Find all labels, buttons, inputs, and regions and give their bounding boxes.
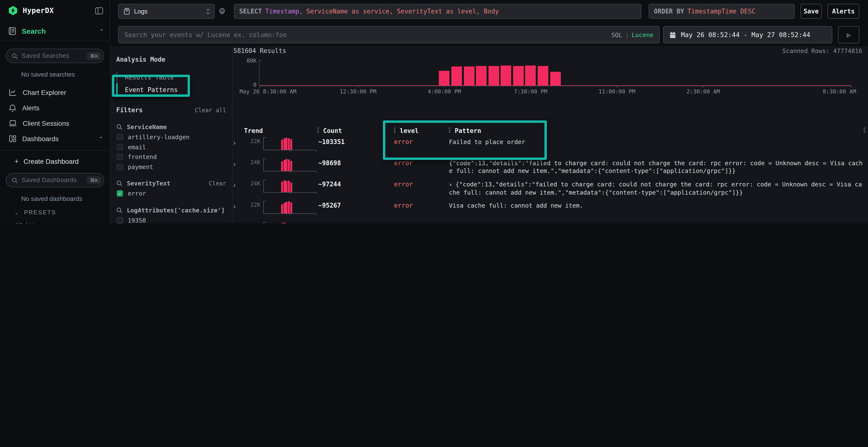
search-input[interactable]: Search your events w/ Lucene ex. column:… (118, 26, 660, 43)
histogram-bar[interactable] (464, 67, 474, 86)
filter-value-row[interactable]: ✓error (116, 190, 226, 197)
create-dashboard-button[interactable]: + Create Dashboard (14, 157, 110, 165)
trend-bar (281, 161, 283, 171)
histogram-bar[interactable] (476, 66, 487, 86)
x-axis-tick (851, 86, 851, 88)
clear-all-filters-link[interactable]: Clear all (195, 107, 226, 113)
trend-bar (288, 201, 290, 213)
sidebar-item-search[interactable]: Search ⌃ (0, 21, 110, 41)
analysis-mode-title: Analysis Mode (116, 56, 226, 63)
dismiss-x-icon[interactable]: × (449, 182, 452, 188)
expand-row-chevron-icon[interactable]: › (234, 136, 244, 146)
histogram-bar[interactable] (488, 66, 499, 86)
trend-bar (286, 202, 288, 213)
filter-group-header: LogAttributes['cache.size'] (116, 206, 226, 214)
histogram-bar[interactable] (513, 66, 524, 86)
sidebar-preset-clickhouse[interactable]: ClickHouse (14, 221, 110, 224)
expand-row-chevron-icon[interactable]: › (234, 178, 244, 189)
orderby-input[interactable]: ORDER BY TimestampTime DESC (649, 4, 795, 19)
level-cell: error (394, 220, 449, 224)
trend-axis-label: 22K (244, 199, 260, 208)
drag-handle-icon[interactable] (449, 128, 451, 134)
checkbox[interactable]: ✓ (117, 190, 123, 197)
checkbox[interactable] (117, 144, 123, 150)
pattern-rows: ›22K~103351errorFailed to place order›24… (234, 136, 865, 224)
trend-axis-tick (290, 213, 290, 215)
filter-value-label: 19350 (128, 216, 146, 224)
table-row[interactable]: ›22K~103351errorFailed to place order (234, 136, 865, 154)
expand-row-chevron-icon[interactable]: › (234, 157, 244, 168)
saved-searches-input[interactable]: Saved Searches ⌘K (6, 49, 104, 63)
source-settings-gear-icon[interactable] (218, 7, 226, 15)
search-icon (116, 207, 123, 213)
drag-handle-icon[interactable] (317, 128, 319, 134)
alerts-button[interactable]: Alerts (828, 4, 859, 19)
collapse-sidebar-icon[interactable] (95, 7, 103, 14)
lang-sql[interactable]: SQL (611, 31, 622, 38)
table-row[interactable]: ›22K~95267errorVisa cache full: cannot a… (234, 199, 865, 218)
run-query-button[interactable]: ▷ (838, 26, 859, 43)
filter-value-row[interactable]: frontend (116, 153, 226, 160)
filter-value-row[interactable]: payment (116, 163, 226, 170)
trend-bar (281, 204, 283, 213)
date-range-value: May 26 08:52:44 - May 27 08:52:44 (681, 31, 810, 38)
checkbox[interactable] (117, 153, 123, 160)
checkbox[interactable] (117, 217, 123, 223)
calendar-icon (669, 31, 676, 38)
saved-dashboards-input[interactable]: Saved Dashboards ⌘K (6, 173, 104, 187)
histogram-bar[interactable] (452, 66, 462, 86)
y-axis-label-80k: 80K (246, 57, 256, 64)
sidebar-item-alerts[interactable]: Alerts (0, 100, 110, 115)
date-range-picker[interactable]: May 26 08:52:44 - May 27 08:52:44 (663, 26, 832, 43)
chevron-up-icon[interactable]: ⌃ (100, 28, 103, 34)
results-histogram[interactable]: 80K0May 26 8:30:00 AM12:30:00 PM4:00:00 … (259, 60, 851, 86)
filter-clear-link[interactable]: Clear (209, 180, 226, 187)
x-axis-tick (531, 86, 531, 88)
query-language-toggle[interactable]: SQL|Lucene (611, 31, 653, 38)
column-header-level[interactable]: level (394, 127, 449, 134)
histogram-bar[interactable] (439, 71, 450, 86)
histogram-bar[interactable] (525, 66, 536, 86)
chevron-up-icon[interactable]: ⌃ (99, 136, 103, 142)
analysis-mode-list: Results Table Event Patterns (116, 71, 226, 96)
column-header-pattern[interactable]: Pattern (449, 127, 865, 134)
drag-handle-icon[interactable] (864, 128, 865, 134)
dashboard-grid-icon (9, 135, 17, 143)
filter-group: SeverityTextClear✓error (116, 180, 226, 197)
filter-value-label: frontend (128, 153, 157, 161)
analysis-filters-panel: Analysis Mode Results Table Event Patter… (110, 46, 232, 224)
trend-axis-label: 22K (244, 136, 260, 144)
trend-bar (283, 222, 285, 224)
column-header-trend[interactable]: Trend (244, 127, 317, 134)
checkbox[interactable] (117, 164, 123, 170)
source-select[interactable]: Logs (118, 4, 215, 19)
pattern-cell: {"code":13,"details":"failed to charge c… (449, 157, 865, 175)
histogram-bar[interactable] (538, 66, 548, 86)
column-header-count[interactable]: Count (317, 127, 394, 134)
trend-bar (283, 160, 285, 171)
sidebar-item-client-sessions[interactable]: Client Sessions (0, 115, 110, 131)
expand-row-chevron-icon[interactable]: › (234, 220, 244, 224)
trend-bar (288, 160, 290, 171)
lang-lucene[interactable]: Lucene (632, 31, 653, 38)
count-cell: ~93987 (317, 220, 394, 224)
sidebar-item-dashboards[interactable]: Dashboards ⌃ (0, 131, 110, 146)
filter-value-label: artillery-loadgen (128, 133, 189, 141)
presets-toggle[interactable]: ⌄ PRESETS (14, 209, 110, 216)
mode-event-patterns[interactable]: Event Patterns (116, 83, 226, 96)
checkbox[interactable] (117, 134, 123, 140)
save-button[interactable]: Save (801, 4, 822, 19)
mode-results-table[interactable]: Results Table (116, 71, 226, 83)
filter-value-row[interactable]: 19350 (116, 217, 226, 224)
sidebar-item-chart-explorer[interactable]: Chart Explorer (0, 85, 110, 100)
table-row[interactable]: ›24K~97244error×{"code":13,"details":"fa… (234, 178, 865, 197)
filter-value-row[interactable]: artillery-loadgen (116, 134, 226, 140)
expand-row-chevron-icon[interactable]: › (234, 199, 244, 210)
table-row[interactable]: ›22K~93987error{"error":{"code":13,"deta… (234, 220, 865, 224)
histogram-bar[interactable] (550, 72, 561, 86)
drag-handle-icon[interactable] (394, 128, 396, 134)
select-clause-input[interactable]: SELECT Timestamp, ServiceName as service… (234, 4, 641, 19)
filter-value-row[interactable]: email (116, 143, 226, 150)
histogram-bar[interactable] (501, 66, 512, 86)
table-row[interactable]: ›24K~98698error{"code":13,"details":"fai… (234, 157, 865, 175)
